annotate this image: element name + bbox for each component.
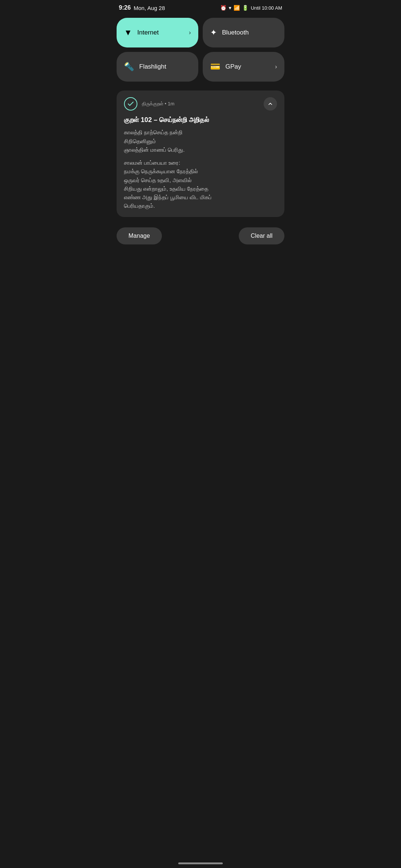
alarm-icon: ⏰ bbox=[220, 5, 226, 11]
notification-title: குறள் 102 – செய்நன்றி அறிதல் bbox=[124, 116, 277, 124]
battery-label: Until 10:00 AM bbox=[251, 5, 282, 11]
credit-card-icon: 💳 bbox=[210, 62, 220, 72]
notification-card[interactable]: திருக்குறள் • 1m குறள் 102 – செய்நன்றி அ… bbox=[117, 91, 284, 217]
notification-expand-button[interactable] bbox=[264, 97, 277, 111]
status-date: Mon, Aug 28 bbox=[134, 5, 165, 11]
status-bar: 9:26 Mon, Aug 28 ⏰ ▾ 📶 🔋 Until 10:00 AM bbox=[111, 0, 290, 14]
notification-area: திருக்குறள் • 1m குறள் 102 – செய்நன்றி அ… bbox=[111, 87, 290, 221]
gpay-arrow-icon: › bbox=[275, 63, 277, 70]
clear-all-button[interactable]: Clear all bbox=[239, 227, 284, 244]
status-right: ⏰ ▾ 📶 🔋 Until 10:00 AM bbox=[220, 5, 282, 11]
notification-header-left: திருக்குறள் • 1m bbox=[124, 97, 175, 111]
notification-meta: திருக்குறள் • 1m bbox=[142, 101, 175, 107]
manage-button[interactable]: Manage bbox=[117, 227, 162, 244]
status-left: 9:26 Mon, Aug 28 bbox=[119, 4, 165, 11]
flashlight-label: Flashlight bbox=[139, 63, 191, 70]
bluetooth-label: Bluetooth bbox=[222, 29, 277, 36]
wifi-icon: ▼ bbox=[124, 28, 132, 37]
quick-settings-grid: ▼ Internet › ✦ Bluetooth 🔦 Flashlight 💳 … bbox=[111, 14, 290, 87]
bluetooth-icon: ✦ bbox=[210, 28, 217, 37]
gpay-tile[interactable]: 💳 GPay › bbox=[203, 52, 284, 82]
notification-header: திருக்குறள் • 1m bbox=[124, 97, 277, 111]
home-indicator bbox=[178, 862, 223, 864]
internet-arrow-icon: › bbox=[189, 29, 191, 36]
status-time: 9:26 bbox=[119, 4, 131, 11]
internet-tile[interactable]: ▼ Internet › bbox=[117, 18, 198, 47]
notification-body-explanation: சாலமன் பாப்பையா உரை: நமக்கு நெருக்கடியான… bbox=[124, 158, 277, 210]
action-buttons: Manage Clear all bbox=[111, 221, 290, 251]
wifi-signal-icon: ▾ bbox=[229, 5, 231, 11]
signal-bars-icon: 📶 bbox=[234, 5, 240, 11]
gpay-label: GPay bbox=[225, 63, 270, 70]
notification-body: காலத்தி நாற்செய்த நன்றி சிறிதெனினும் ஞால… bbox=[124, 128, 277, 210]
battery-icon: 🔋 bbox=[242, 5, 248, 11]
flashlight-icon: 🔦 bbox=[124, 62, 134, 72]
notification-body-verse: காலத்தி நாற்செய்த நன்றி சிறிதெனினும் ஞால… bbox=[124, 128, 277, 154]
flashlight-tile[interactable]: 🔦 Flashlight bbox=[117, 52, 198, 82]
internet-label: Internet bbox=[137, 29, 184, 36]
notification-app-icon bbox=[124, 97, 137, 111]
bluetooth-tile[interactable]: ✦ Bluetooth bbox=[203, 18, 284, 47]
